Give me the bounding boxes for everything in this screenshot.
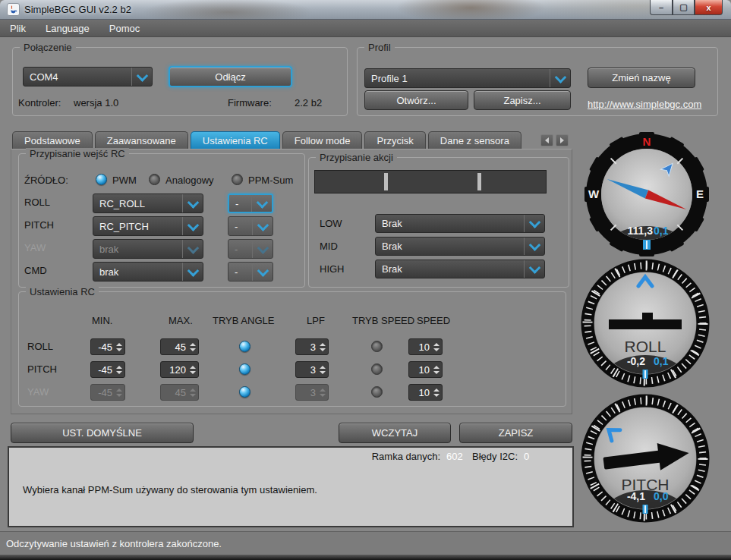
radio-ppm-sum[interactable] — [232, 174, 243, 185]
spinner-arrows-icon[interactable] — [318, 362, 326, 377]
write-button[interactable]: ZAPISZ — [459, 423, 572, 443]
tab-zaawansowane[interactable]: Zaawansowane — [95, 131, 188, 149]
dropdown-arrow-zone[interactable] — [252, 217, 273, 235]
open-profile-button[interactable]: Otwórz... — [364, 90, 468, 110]
settings-row-label-pitch: PITCH — [27, 363, 57, 375]
pitch-speed-spinner[interactable]: 10 — [408, 361, 443, 378]
action-mid-select[interactable]: Brak — [375, 237, 545, 256]
disconnect-button[interactable]: Odłącz — [169, 66, 292, 87]
pitch-lpf-spinner[interactable]: 3 — [295, 361, 329, 378]
dropdown-arrow-zone[interactable] — [251, 195, 272, 212]
spinner-arrows-icon[interactable] — [188, 362, 197, 377]
tab-podstawowe[interactable]: Podstawowe — [12, 131, 93, 149]
dropdown-arrow-zone[interactable] — [182, 217, 203, 235]
radio-analog[interactable] — [149, 174, 160, 185]
rename-profile-button[interactable]: Zmień nazwę — [588, 68, 695, 88]
profile-select[interactable]: Profile 1 — [364, 68, 571, 88]
spinner-arrows-icon[interactable] — [188, 339, 197, 354]
menu-item-language[interactable]: Language — [46, 23, 90, 34]
pitch-value: -4,1 — [627, 490, 645, 502]
app-icon — [7, 3, 20, 16]
compass-east-letter: E — [696, 187, 704, 200]
tab-przycisk[interactable]: Przycisk — [364, 131, 425, 149]
spinner-arrows-icon[interactable] — [432, 385, 440, 400]
roll-lpf-spinner[interactable]: 3 — [295, 338, 329, 355]
yaw-angle-mode-radio[interactable] — [239, 386, 250, 398]
pitch-speed-mode-radio[interactable] — [371, 363, 383, 375]
spinner-arrows-icon[interactable] — [115, 362, 123, 377]
save-profile-button[interactable]: Zapisz... — [474, 90, 571, 110]
rc-pitch-channel-select[interactable]: RC_PITCH — [93, 216, 203, 236]
rc-roll-aux-value: - — [235, 198, 238, 209]
com-port-select[interactable]: COM4 — [23, 67, 153, 87]
chevron-down-icon — [257, 265, 269, 277]
chevron-down-icon — [256, 197, 268, 209]
menu-item-plik[interactable]: Plik — [10, 23, 26, 34]
dropdown-arrow-zone[interactable] — [524, 215, 544, 232]
settings-row-label-yaw: YAW — [27, 386, 49, 398]
spinner-arrows-icon[interactable] — [115, 339, 123, 354]
minimize-button[interactable]: – — [650, 0, 673, 15]
firmware-version: 2.2 b2 — [295, 97, 322, 109]
spinner-arrows-icon[interactable] — [432, 339, 440, 354]
dropdown-arrow-zone[interactable] — [131, 68, 152, 86]
roll-value: -0,2 — [627, 355, 645, 367]
defaults-button[interactable]: UST. DOMYŚLNE — [11, 423, 194, 443]
pitch-min-spinner[interactable]: -45 — [90, 361, 125, 378]
website-link[interactable]: http://www.simplebgc.com — [588, 99, 701, 110]
rc-roll-channel-select[interactable]: RC_ROLL — [93, 193, 203, 213]
menu-item-pomoc[interactable]: Pomoc — [109, 23, 140, 34]
dropdown-arrow-zone[interactable] — [182, 194, 203, 212]
pitch-max-spinner[interactable]: 120 — [160, 361, 199, 378]
dropdown-arrow-zone[interactable] — [182, 263, 203, 281]
yaw-speed-spinner[interactable]: 10 — [408, 384, 443, 401]
radio-pwm[interactable] — [96, 174, 107, 185]
rc-settings-legend: Ustawienia RC — [26, 286, 99, 297]
rc-roll-aux-select[interactable]: - — [228, 193, 273, 213]
pitch-angle-mode-radio[interactable] — [239, 363, 250, 375]
tab-scroll-right-button[interactable] — [556, 134, 569, 146]
maximize-button[interactable]: ▢ — [673, 0, 695, 15]
dropdown-arrow-zone[interactable] — [550, 69, 570, 87]
menubar: Plik Language Pomoc — [0, 20, 731, 37]
action-high-select[interactable]: Brak — [375, 260, 545, 278]
frames-label: Ramka danych: — [372, 451, 440, 462]
rc-cmd-aux-select[interactable]: - — [228, 262, 273, 282]
roll-speed-mode-radio[interactable] — [371, 341, 383, 352]
rc-pitch-channel-value: RC_PITCH — [99, 221, 149, 232]
tab-follow-mode[interactable]: Follow mode — [282, 131, 363, 149]
action-label-mid: MID — [320, 241, 338, 252]
rc-cmd-channel-select[interactable]: brak — [93, 262, 203, 282]
spinner-arrows-icon[interactable] — [318, 339, 326, 354]
tab-ustawienia-rc[interactable]: Ustawienia RC — [191, 131, 280, 149]
dropdown-arrow-zone[interactable] — [252, 263, 273, 281]
dropdown-arrow-zone[interactable] — [524, 260, 544, 278]
col-header-speed: SPEED — [417, 315, 450, 326]
roll-speed-spinner[interactable]: 10 — [408, 338, 443, 355]
yaw-max-value: 45 — [175, 387, 186, 398]
radio-analog-label: Analogowy — [165, 175, 214, 186]
rc-inputs-legend: Przypisanie wejść RC — [26, 148, 129, 159]
close-button[interactable]: x — [695, 0, 723, 15]
rc-yaw-aux-value: - — [235, 244, 238, 255]
roll-angle-mode-radio[interactable] — [239, 341, 250, 352]
roll-lpf-value: 3 — [310, 341, 316, 353]
roll-min-spinner[interactable]: -45 — [90, 338, 125, 355]
action-low-select[interactable]: Brak — [375, 214, 545, 233]
yaw-speed-mode-radio[interactable] — [371, 386, 383, 398]
rc-pitch-aux-select[interactable]: - — [228, 216, 273, 236]
chevron-down-icon — [136, 70, 148, 82]
yaw-lpf-spinner: 3 — [295, 384, 329, 401]
roll-max-spinner[interactable]: 45 — [160, 338, 199, 355]
tab-dane-z-sensora[interactable]: Dane z sensora — [428, 131, 521, 149]
hint-text: Wybiera kanał PPM-Sum używany do sterowa… — [23, 484, 317, 496]
tab-scroll-left-button[interactable] — [540, 134, 553, 146]
roll-gauge: ROLL -0,2 0,1 — [578, 256, 712, 390]
pitch-speed-value: 10 — [419, 364, 430, 376]
statusbar-text: Odczytywanie ustawień z kontrolera zakoń… — [6, 538, 222, 549]
settings-row-label-roll: ROLL — [27, 341, 53, 352]
dropdown-arrow-zone[interactable] — [524, 238, 544, 255]
read-button[interactable]: WCZYTAJ — [339, 423, 451, 443]
spinner-arrows-icon[interactable] — [432, 362, 440, 377]
chevron-down-icon — [528, 262, 540, 274]
